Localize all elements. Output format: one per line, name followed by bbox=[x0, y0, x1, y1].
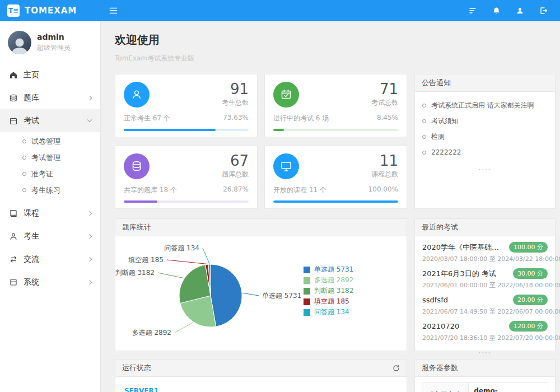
sidebar-item-home[interactable]: 主页 bbox=[0, 63, 100, 86]
more-exams-link[interactable]: .... bbox=[422, 347, 548, 355]
chevron-right-icon bbox=[87, 279, 92, 284]
legend-label: 问答题 134 bbox=[314, 307, 349, 317]
app-logo: T≡ TOMEXAM bbox=[0, 4, 101, 17]
exchange-arrows-icon bbox=[9, 255, 17, 263]
exam-date-range: 2021/07/20 18:36:10 至 2022/07/20 00:00:0… bbox=[422, 334, 548, 342]
sidebar-subitem-exam-management[interactable]: 考试管理 bbox=[0, 150, 100, 166]
server-tab[interactable]: SERVER1 bbox=[123, 387, 160, 392]
sidebar-item-label: 交流 bbox=[24, 254, 39, 264]
legend-item[interactable]: 单选题 5731 bbox=[304, 264, 353, 275]
bullet-circle-icon bbox=[22, 156, 26, 160]
stat-value: 67 bbox=[222, 153, 249, 169]
logout-icon[interactable] bbox=[539, 7, 548, 15]
bullet-circle-icon bbox=[422, 104, 426, 108]
question-bank-stats-panel: 题库统计 单选题 5731多选题 2892判断题 3182填空题 185问答题 … bbox=[115, 218, 407, 351]
bullet-circle-icon bbox=[22, 139, 26, 143]
calendar-icon bbox=[9, 117, 17, 125]
exam-list-item[interactable]: 2020学年《中医基础理论》100.00 分 2020/03/07 18:00:… bbox=[422, 242, 548, 263]
sidebar-item-question-bank[interactable]: 题库 bbox=[0, 86, 100, 109]
question-bank-pie-chart: 单选题 5731多选题 2892判断题 3182填空题 185问答题 134 bbox=[115, 236, 407, 350]
label-leader-line bbox=[175, 323, 193, 333]
chevron-right-icon bbox=[87, 95, 92, 100]
server-box-icon bbox=[9, 278, 17, 286]
sidebar-item-system[interactable]: 系统 bbox=[0, 270, 100, 293]
exam-list-item[interactable]: 2021年6月3日的 考试30.00 分 2021/06/01 00:00:00… bbox=[422, 268, 548, 290]
sidebar-item-label: 题库 bbox=[24, 93, 39, 103]
legend-item[interactable]: 问答题 134 bbox=[304, 307, 353, 318]
chevron-right-icon bbox=[87, 234, 92, 238]
legend-swatch bbox=[304, 309, 310, 316]
logo-icon: T≡ bbox=[7, 4, 20, 17]
database-icon bbox=[9, 94, 17, 102]
announcement-item[interactable]: 考试须知 bbox=[422, 113, 548, 129]
more-announcements-link[interactable]: .... bbox=[422, 164, 548, 172]
announcement-text: 考试须知 bbox=[431, 116, 458, 126]
stat-sub-text: 进行中的考试 6 场 bbox=[273, 114, 329, 123]
announcement-item[interactable]: 考试系统正式启用 请大家都关注啊 bbox=[422, 97, 548, 113]
panel-header: 题库统计 bbox=[115, 219, 407, 236]
ranking-list-icon[interactable] bbox=[469, 7, 477, 15]
sidebar-subitem-paper-management[interactable]: 试卷管理 bbox=[0, 133, 100, 150]
sidebar-subitem-admission-ticket[interactable]: 准考证 bbox=[0, 166, 100, 182]
pie-slice[interactable] bbox=[211, 264, 242, 326]
exam-date-range: 2020/03/07 18:00:00 至 2024/03/22 18:00:0… bbox=[422, 255, 548, 263]
sidebar-item-exam[interactable]: 考试 bbox=[0, 109, 100, 132]
label-leader-line bbox=[203, 248, 209, 264]
monitor-icon bbox=[273, 153, 299, 179]
announcement-item[interactable]: 检测 bbox=[422, 129, 548, 144]
pie-slice-label: 多选题 2892 bbox=[132, 329, 171, 337]
announcement-text: 考试系统正式启用 请大家都关注啊 bbox=[431, 101, 534, 110]
sidebar-item-label: 课程 bbox=[24, 208, 39, 218]
bullet-circle-icon bbox=[22, 188, 26, 192]
stat-label: 考试总数 bbox=[371, 98, 398, 108]
param-value: demo-pro.tomexam.com bbox=[469, 383, 548, 392]
menu-toggle-icon[interactable] bbox=[109, 7, 118, 15]
exam-list-item[interactable]: ssdfsfd20.00 分 2021/06/07 14:49:50 至 202… bbox=[422, 295, 548, 316]
legend-item[interactable]: 多选题 2892 bbox=[304, 275, 353, 286]
pie-slice-label: 判断题 3182 bbox=[115, 269, 155, 277]
stat-label: 课程总数 bbox=[371, 170, 398, 179]
exam-name: 2020学年《中医基础理论》 bbox=[422, 242, 506, 253]
stat-percent: 100.00% bbox=[368, 185, 398, 195]
pie-slice-label: 问答题 134 bbox=[164, 244, 199, 252]
chevron-right-icon bbox=[87, 211, 92, 215]
legend-item[interactable]: 判断题 3182 bbox=[304, 286, 353, 296]
progress-bar bbox=[124, 129, 249, 131]
page-title: 欢迎使用 bbox=[115, 32, 556, 48]
stat-card-courses: 11 课程总数 开放的课程 11 个 100.00% bbox=[264, 146, 407, 209]
sidebar-item-communication[interactable]: 交流 bbox=[0, 248, 100, 270]
stat-percent: 26.87% bbox=[223, 185, 249, 195]
exam-date-range: 2021/06/07 14:49:50 至 2022/06/07 00:00:0… bbox=[422, 307, 548, 316]
legend-label: 单选题 5731 bbox=[314, 265, 353, 274]
stat-value: 91 bbox=[222, 82, 249, 97]
user-role: 超级管理员 bbox=[37, 43, 71, 53]
bullet-circle-icon bbox=[422, 151, 426, 155]
refresh-icon[interactable] bbox=[393, 365, 400, 372]
sidebar-subitem-label: 试卷管理 bbox=[31, 137, 60, 147]
legend-item[interactable]: 填空题 185 bbox=[304, 296, 353, 307]
panel-header: 最近的考试 bbox=[415, 219, 555, 236]
user-account-icon[interactable] bbox=[516, 7, 524, 15]
panel-header: 服务器参数 bbox=[415, 360, 555, 377]
sidebar-subitem-practice[interactable]: 考生练习 bbox=[0, 182, 100, 198]
avatar[interactable] bbox=[8, 31, 31, 54]
sidebar-item-examinee[interactable]: 考生 bbox=[0, 225, 100, 248]
sidebar-item-label: 主页 bbox=[24, 70, 39, 80]
sidebar-item-label: 考生 bbox=[24, 231, 39, 241]
sidebar: admin 超级管理员 主页 题库 考试 试卷管理 考试管理 准考 bbox=[0, 21, 101, 392]
stat-cards: 91 考生总数 正常考生 67 个 73.63% bbox=[115, 74, 407, 209]
stat-label: 考生总数 bbox=[222, 98, 249, 108]
bullet-circle-icon bbox=[422, 135, 426, 139]
sidebar-item-course[interactable]: 课程 bbox=[0, 202, 100, 225]
stat-label: 题库总数 bbox=[222, 170, 249, 179]
progress-bar bbox=[273, 129, 398, 131]
legend-label: 多选题 2892 bbox=[314, 276, 353, 285]
announcement-item[interactable]: 2222222 bbox=[422, 144, 548, 160]
legend-swatch bbox=[304, 277, 310, 284]
pie-slice-label: 单选题 5731 bbox=[262, 292, 301, 300]
chevron-down-icon bbox=[87, 118, 92, 122]
exam-list-item[interactable]: 20210720120.00 分 2021/07/20 18:36:10 至 2… bbox=[422, 321, 548, 342]
stat-percent: 8.45% bbox=[377, 114, 398, 123]
stat-card-question-banks: 67 题库总数 共享的题库 18 个 26.87% bbox=[115, 146, 258, 209]
notifications-bell-icon[interactable] bbox=[492, 7, 501, 15]
